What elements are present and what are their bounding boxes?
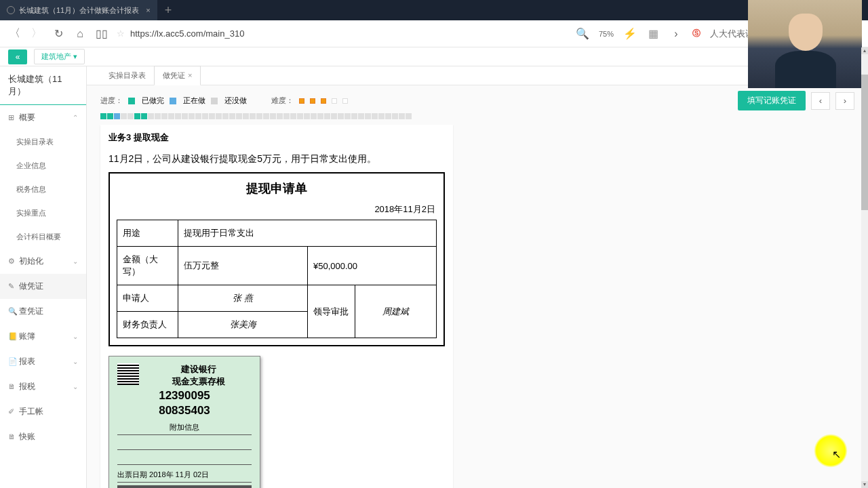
form-title: 提现申请单 <box>110 174 443 203</box>
sogou-icon: Ⓢ <box>692 28 701 39</box>
reader-button[interactable]: ▯▯ <box>95 27 108 41</box>
cursor-highlight <box>814 434 848 468</box>
forward-button[interactable]: 〉 <box>30 27 43 41</box>
zoom-icon[interactable]: 🔍 <box>576 27 589 41</box>
back-button[interactable]: 〈 <box>8 27 22 41</box>
browser-toolbar: 〈 〉 ↻ ⌂ ▯▯ ☆ https://lx.acc5.com/main_31… <box>0 20 868 47</box>
tab-title: 长城建筑（11月）会计做账会计报表 <box>19 5 139 16</box>
stub-date: 出票日期 2018年 11月 02日 <box>117 468 252 483</box>
sidebar: 长城建筑（11月） ⊞概要 ⌃ 实操目录表 企业信息 税务信息 实操重点 会计科… <box>0 66 87 488</box>
browser-tab[interactable]: 长城建筑（11月）会计做账会计报表 × <box>0 0 158 20</box>
sidebar-item-query[interactable]: 🔍查凭证 <box>0 299 86 324</box>
legend-done-icon <box>128 98 135 104</box>
progress-grid <box>87 113 868 125</box>
sidebar-item-init[interactable]: ⚙初始化 ⌄ <box>0 249 86 274</box>
zoom-level: 75% <box>599 30 614 38</box>
progress-label: 进度： <box>100 96 123 106</box>
stub-number-2: 80835403 <box>117 404 252 418</box>
check-stub: 建设银行 现金支票存根 12390095 80835403 附加信息 出票日期 … <box>108 356 260 488</box>
content-area: 实操目录表 做凭证× 进度： 已做完 正在做 还没做 难度： 填写记账凭证 ‹ <box>87 66 868 488</box>
flash-icon[interactable]: ⚡ <box>623 27 637 41</box>
stub-number-1: 12390095 <box>117 389 252 403</box>
search-icon: 🔍 <box>8 307 16 316</box>
pencil-icon: ✎ <box>8 282 16 291</box>
browser-titlebar: 长城建筑（11月）会计做账会计报表 × + <box>0 0 868 20</box>
file-icon: 🗎 <box>8 432 16 441</box>
globe-icon <box>7 6 15 14</box>
sidebar-item-ledger[interactable]: 📒账簿 ⌄ <box>0 324 86 349</box>
purpose-label: 用途 <box>117 220 178 247</box>
reload-button[interactable]: ↻ <box>52 27 65 41</box>
prev-button[interactable]: ‹ <box>811 92 830 110</box>
category-dropdown[interactable]: 建筑地产 ▾ <box>34 49 85 64</box>
finance-label: 财务负责人 <box>117 312 178 338</box>
sidebar-item-accounts[interactable]: 会计科目概要 <box>0 225 86 249</box>
tab-directory[interactable]: 实操目录表 <box>100 66 154 85</box>
fill-voucher-button[interactable]: 填写记账凭证 <box>738 91 806 110</box>
chevron-down-icon: ⌄ <box>73 258 78 265</box>
sidebar-item-report[interactable]: 📄报表 ⌄ <box>0 349 86 374</box>
progress-bar-row: 进度： 已做完 正在做 还没做 难度： 填写记账凭证 ‹ › <box>87 85 868 113</box>
scrollbar-thumb[interactable] <box>861 75 868 210</box>
sidebar-item-quick[interactable]: 🗎快账 <box>0 424 86 449</box>
qr-code-icon <box>117 363 139 385</box>
stub-blank <box>117 438 252 450</box>
chevron-down-icon: ⌄ <box>73 358 78 365</box>
difficulty-star-empty-icon <box>332 98 337 104</box>
grid-icon: ⊞ <box>8 113 16 122</box>
form-date: 2018年11月2日 <box>110 203 443 220</box>
address-bar[interactable]: ☆ https://lx.acc5.com/main_310 <box>117 28 568 39</box>
applicant-label: 申请人 <box>117 285 178 312</box>
scroll-down-icon[interactable]: ▾ <box>861 481 868 488</box>
scroll-up-icon[interactable]: ▴ <box>861 47 868 54</box>
difficulty-star-icon <box>321 98 326 104</box>
more-icon[interactable]: › <box>669 27 683 41</box>
chevron-down-icon: ⌄ <box>73 383 78 390</box>
next-button[interactable]: › <box>835 92 854 110</box>
tab-voucher[interactable]: 做凭证× <box>154 66 201 85</box>
tab-close-icon[interactable]: × <box>146 6 150 14</box>
sidebar-item-voucher[interactable]: ✎做凭证 <box>0 274 86 299</box>
new-tab-button[interactable]: + <box>158 3 179 18</box>
withdrawal-form: 提现申请单 2018年11月2日 用途 提现用于日常支出 金额（大写） 伍万元整… <box>108 172 445 346</box>
amount-num: ¥50,000.00 <box>308 247 437 285</box>
legend-doing-icon <box>170 98 176 104</box>
difficulty-star-empty-icon <box>342 98 348 104</box>
legend-todo-icon <box>211 98 218 104</box>
sidebar-item-company[interactable]: 企业信息 <box>0 154 86 178</box>
sidebar-item-points[interactable]: 实操重点 <box>0 201 86 225</box>
collapse-sidebar-button[interactable]: « <box>8 49 27 64</box>
sidebar-item-taxfile[interactable]: 🗎报税 ⌄ <box>0 374 86 399</box>
purpose-value: 提现用于日常支出 <box>178 220 437 247</box>
sidebar-item-directory[interactable]: 实操目录表 <box>0 130 86 154</box>
task-title: 业务3 提取现金 <box>100 125 453 150</box>
webcam-overlay <box>748 0 862 88</box>
pen-icon: ✐ <box>8 407 16 416</box>
amount-label: 金额（大写） <box>117 247 178 285</box>
finance-value: 张美海 <box>178 312 308 338</box>
home-button[interactable]: ⌂ <box>73 27 87 41</box>
stub-blank <box>117 453 252 465</box>
stub-title: 现金支票存根 <box>146 375 252 388</box>
qr-icon[interactable]: ▦ <box>646 27 660 41</box>
difficulty-star-icon <box>299 98 304 104</box>
cursor-icon: ↖ <box>832 448 841 461</box>
sidebar-item-manual[interactable]: ✐手工帐 <box>0 399 86 424</box>
difficulty-label: 难度： <box>271 96 294 106</box>
sidebar-item-overview[interactable]: ⊞概要 ⌃ <box>0 105 86 130</box>
document-icon: 📄 <box>8 357 16 366</box>
book-icon: 📒 <box>8 332 16 341</box>
url-text: https://lx.acc5.com/main_310 <box>130 28 244 39</box>
stub-bank: 建设银行 <box>146 363 252 375</box>
file-icon: 🗎 <box>8 382 16 390</box>
sidebar-item-tax[interactable]: 税务信息 <box>0 178 86 201</box>
gear-icon: ⚙ <box>8 257 16 266</box>
app-header: « 建筑地产 ▾ 林久时 (SVIP会员) <box>0 47 868 66</box>
close-icon[interactable]: × <box>188 71 192 79</box>
document-panel: 业务3 提取现金 11月2日，公司从建设银行提取现金5万元，用于日常支出使用。 … <box>100 125 453 488</box>
difficulty-star-icon <box>310 98 315 104</box>
chevron-up-icon: ⌃ <box>73 114 78 121</box>
vertical-scrollbar[interactable]: ▴ ▾ <box>861 47 868 488</box>
chevron-down-icon: ⌄ <box>73 333 78 340</box>
favorite-icon[interactable]: ☆ <box>117 28 125 39</box>
